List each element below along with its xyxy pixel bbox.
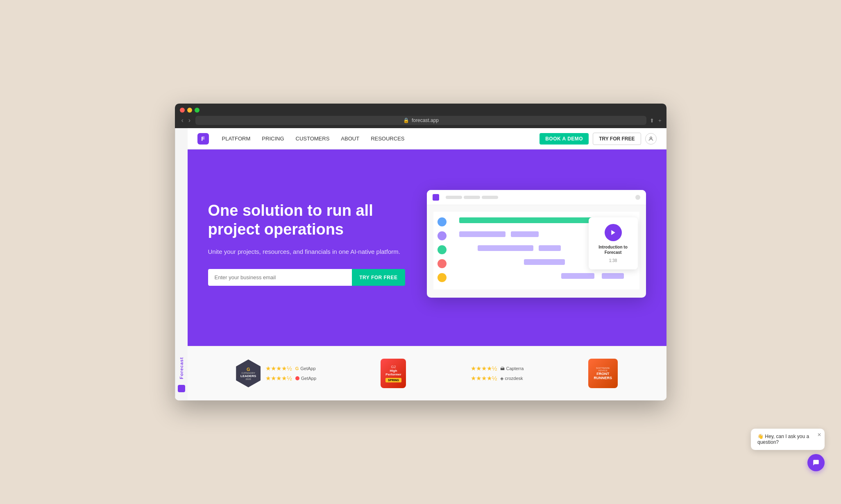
stars-capterra-2: ★★★★½ [471, 375, 497, 382]
sidebar-label: Forecast [179, 357, 184, 379]
minimize-button[interactable] [187, 108, 192, 113]
book-demo-button[interactable]: BOOK A DEMO [540, 133, 589, 145]
forward-button[interactable]: › [187, 116, 192, 125]
nav-platform[interactable]: PLATFORM [222, 136, 251, 142]
gantt-bar-5 [561, 273, 594, 279]
hero-section: One solution to run all project operatio… [188, 149, 666, 346]
getapp-stars-row-1: ★★★★½ G GetApp [265, 365, 316, 372]
nav-about[interactable]: ABOUT [341, 136, 359, 142]
getapp-year: 2020 [246, 378, 251, 380]
app-header-dot-1 [446, 196, 462, 199]
getapp-badge-group: G CATEGORY LEADERS 2020 ★★★★½ G GetApp [236, 359, 316, 387]
getapp-label-1: G GetApp [295, 366, 316, 371]
app-header [427, 190, 646, 205]
gantt-avatar-5 [438, 273, 447, 282]
svg-marker-1 [611, 230, 615, 235]
sa-front: FRONT [596, 372, 609, 376]
nav-pricing[interactable]: PRICING [262, 136, 284, 142]
try-free-hero-button[interactable]: TRY FOR FREE [352, 269, 405, 286]
g2-spring: SPRING [385, 378, 401, 382]
main-content: F PLATFORM PRICING CUSTOMERS ABOUT RESOU… [188, 128, 666, 400]
try-free-nav-button[interactable]: TRY FOR FREE [593, 133, 641, 145]
nav-resources[interactable]: RESOURCES [371, 136, 404, 142]
getapp-label-2: GetApp [295, 376, 316, 381]
gantt-avatar-4 [438, 259, 447, 268]
close-button[interactable] [180, 108, 185, 113]
capterra-badge-group: ★★★★½ 🏔 Capterra ★★★★½ ◈ crozdesk [471, 365, 524, 382]
app-logo-small [433, 194, 439, 201]
browser-toolbar: ‹ › 🔒 forecast.app ⬆ + [180, 116, 662, 128]
hero-subtitle: Unite your projects, resources, and fina… [208, 247, 405, 257]
toolbar-icons: ⬆ + [650, 118, 662, 124]
user-icon[interactable] [645, 133, 657, 145]
app-header-dot-2 [464, 196, 480, 199]
sa-runners: RUNNERS [594, 376, 612, 380]
getapp-stars-row-2: ★★★★½ GetApp [265, 375, 316, 382]
gantt-bar-1 [459, 231, 506, 237]
app-close [635, 195, 640, 200]
stars-capterra-1: ★★★★½ [471, 365, 497, 372]
getapp-stars: ★★★★½ G GetApp ★★★★½ GetApp [265, 365, 316, 382]
url-text: forecast.app [412, 118, 439, 123]
browser-nav-buttons: ‹ › [180, 116, 193, 125]
navbar-left: F PLATFORM PRICING CUSTOMERS ABOUT RESOU… [197, 133, 405, 145]
gantt-wrapper: Introduction to Forecast 1:38 [427, 205, 646, 298]
g2-high-performer: High Performer [384, 369, 403, 376]
maximize-button[interactable] [195, 108, 199, 113]
browser-window: ‹ › 🔒 forecast.app ⬆ + Forecast [175, 104, 666, 400]
logo-text: F [201, 136, 205, 142]
hero-visual: Introduction to Forecast 1:38 [427, 190, 646, 298]
hero-title: One solution to run all project operatio… [208, 201, 405, 239]
software-advice-badge: SOFTWARE ADVICE FRONT RUNNERS [588, 359, 618, 388]
gantt-bar-3b [539, 245, 561, 251]
video-card: Introduction to Forecast 1:38 [589, 217, 638, 269]
badges-section: G CATEGORY LEADERS 2020 ★★★★½ G GetApp [188, 346, 666, 400]
play-button[interactable] [605, 224, 622, 241]
capterra-stars: ★★★★½ 🏔 Capterra ★★★★½ ◈ crozdesk [471, 365, 524, 382]
gantt-avatars [438, 216, 447, 285]
capterra-stars-row-2: ★★★★½ ◈ crozdesk [471, 375, 524, 382]
capterra-stars-row-1: ★★★★½ 🏔 Capterra [471, 365, 524, 372]
chat-message: 👋 Hey, can I ask you a question? [757, 434, 809, 445]
forecast-logo-sidebar [178, 385, 185, 392]
nav-links: PLATFORM PRICING CUSTOMERS ABOUT RESOURC… [222, 136, 405, 142]
svg-point-0 [650, 137, 652, 139]
navbar-right: BOOK A DEMO TRY FOR FREE [540, 133, 656, 145]
hero-content: One solution to run all project operatio… [208, 201, 405, 286]
sidebar-tab: Forecast [175, 128, 188, 400]
video-duration: 1:38 [609, 258, 617, 263]
add-tab-icon[interactable]: + [658, 118, 662, 124]
gantt-avatar-2 [438, 231, 447, 240]
gantt-avatar-1 [438, 217, 447, 226]
app-header-dots [446, 196, 498, 199]
app-header-dot-3 [482, 196, 498, 199]
browser-body: Forecast F PLATFORM PRICING CUSTOMERS AB… [175, 128, 666, 400]
g2-badge: G2 High Performer SPRING [381, 359, 406, 388]
gantt-row-5 [450, 271, 635, 280]
email-input[interactable] [208, 269, 352, 286]
gantt-bar-3 [478, 245, 533, 251]
nav-customers[interactable]: CUSTOMERS [296, 136, 330, 142]
hero-form: TRY FOR FREE [208, 269, 405, 286]
gantt-bar-4 [524, 259, 565, 265]
chat-bubble: ✕ 👋 Hey, can I ask you a question? [751, 429, 825, 450]
browser-chrome: ‹ › 🔒 forecast.app ⬆ + [175, 104, 666, 128]
capterra-label-1: 🏔 Capterra [500, 366, 524, 371]
stars-2: ★★★★½ [265, 375, 292, 382]
getapp-hexagon: G CATEGORY LEADERS 2020 [236, 359, 261, 387]
app-screenshot: Introduction to Forecast 1:38 [427, 190, 646, 298]
video-title: Introduction to Forecast [597, 244, 630, 255]
nav-logo[interactable]: F [197, 133, 209, 145]
share-icon[interactable]: ⬆ [650, 118, 654, 124]
address-bar[interactable]: 🔒 forecast.app [195, 116, 646, 125]
software-advice-badge-group: SOFTWARE ADVICE FRONT RUNNERS [588, 359, 618, 388]
chat-open-button[interactable] [807, 454, 825, 471]
back-button[interactable]: ‹ [180, 116, 185, 125]
navbar: F PLATFORM PRICING CUSTOMERS ABOUT RESOU… [188, 128, 666, 149]
traffic-lights [180, 108, 662, 113]
getapp-leaders: LEADERS [240, 374, 256, 378]
gantt-bar-2 [511, 231, 539, 237]
gantt-avatar-3 [438, 245, 447, 254]
chat-close-icon[interactable]: ✕ [817, 432, 821, 438]
crozdesk-label: ◈ crozdesk [500, 376, 523, 381]
